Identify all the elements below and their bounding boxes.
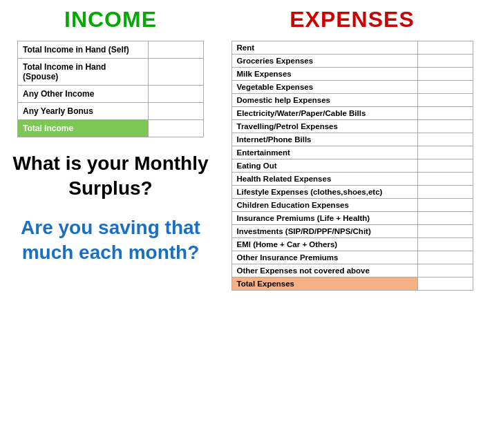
saving-question-text: Are you saving that much each month? xyxy=(10,215,211,266)
expense-row-label: Children Education Expenses xyxy=(231,199,417,212)
income-row: Total Income in Hand (Self) xyxy=(18,41,204,59)
expense-row-value[interactable] xyxy=(417,159,473,173)
total-income-label: Total Income xyxy=(18,120,149,137)
expense-row-value[interactable] xyxy=(417,173,473,186)
expense-row-value[interactable] xyxy=(417,199,473,212)
expense-row-value[interactable] xyxy=(417,212,473,225)
expense-row-label: Other Insurance Premiums xyxy=(231,251,417,264)
expense-row-value[interactable] xyxy=(417,81,473,94)
expense-row: Health Related Expenses xyxy=(231,173,473,186)
monthly-surplus-text: What is your Monthly Surplus? xyxy=(10,151,211,202)
total-expenses-row: Total Expenses xyxy=(231,277,473,291)
total-expenses-value[interactable] xyxy=(417,277,473,291)
income-row-value[interactable] xyxy=(149,86,204,103)
expense-row-value[interactable] xyxy=(417,186,473,199)
expense-row-label: Rent xyxy=(231,41,417,55)
income-row-value[interactable] xyxy=(149,103,204,120)
main-container: INCOME Total Income in Hand (Self) Total… xyxy=(0,0,483,448)
expense-row: Insurance Premiums (Life + Health) xyxy=(231,212,473,225)
expense-row-label: Internet/Phone Bills xyxy=(231,133,417,146)
income-table: Total Income in Hand (Self) Total Income… xyxy=(17,41,204,137)
expense-row-label: Entertainment xyxy=(231,146,417,159)
expense-row-value[interactable] xyxy=(417,120,473,133)
expense-row-label: Insurance Premiums (Life + Health) xyxy=(231,212,417,225)
total-expenses-label: Total Expenses xyxy=(231,277,417,291)
expense-row: Rent xyxy=(231,41,473,55)
expense-row-label: Electricity/Water/Paper/Cable Bills xyxy=(231,107,417,120)
total-income-value[interactable] xyxy=(149,120,204,137)
expense-row-label: Lifestyle Expenses (clothes,shoes,etc) xyxy=(231,186,417,199)
expenses-table: Rent Groceries Expenses Milk Expenses Ve… xyxy=(231,41,473,291)
expense-row-label: Vegetable Expenses xyxy=(231,81,417,94)
expense-row-value[interactable] xyxy=(417,55,473,68)
expense-row-value[interactable] xyxy=(417,264,473,277)
expense-row-value[interactable] xyxy=(417,251,473,264)
expense-row-label: Travelling/Petrol Expenses xyxy=(231,120,417,133)
expense-row: Other Expenses not covered above xyxy=(231,264,473,277)
expense-row-label: EMI (Home + Car + Others) xyxy=(231,238,417,251)
total-income-row: Total Income xyxy=(18,120,204,137)
expense-row: Groceries Expenses xyxy=(231,55,473,68)
income-row: Total Income in Hand (Spouse) xyxy=(18,59,204,86)
income-row: Any Yearly Bonus xyxy=(18,103,204,120)
expense-row: Vegetable Expenses xyxy=(231,81,473,94)
income-row-value[interactable] xyxy=(149,59,204,86)
expense-row-value[interactable] xyxy=(417,41,473,55)
expenses-title: EXPENSES xyxy=(290,7,415,32)
income-row: Any Other Income xyxy=(18,86,204,103)
expense-row-label: Investments (SIP/RD/PPF/NPS/Chit) xyxy=(231,225,417,238)
expense-row: EMI (Home + Car + Others) xyxy=(231,238,473,251)
expense-row: Investments (SIP/RD/PPF/NPS/Chit) xyxy=(231,225,473,238)
expense-row: Electricity/Water/Paper/Cable Bills xyxy=(231,107,473,120)
expense-row: Milk Expenses xyxy=(231,68,473,81)
expense-row-value[interactable] xyxy=(417,94,473,107)
expense-row-label: Milk Expenses xyxy=(231,68,417,81)
expense-row: Travelling/Petrol Expenses xyxy=(231,120,473,133)
expense-row-label: Groceries Expenses xyxy=(231,55,417,68)
expense-row: Eating Out xyxy=(231,159,473,173)
expense-row-value[interactable] xyxy=(417,238,473,251)
income-row-label: Total Income in Hand (Spouse) xyxy=(18,59,149,86)
income-title: INCOME xyxy=(64,7,157,32)
income-row-value[interactable] xyxy=(149,41,204,59)
income-row-label: Any Yearly Bonus xyxy=(18,103,149,120)
expense-row-value[interactable] xyxy=(417,146,473,159)
expense-row-value[interactable] xyxy=(417,107,473,120)
expense-row: Other Insurance Premiums xyxy=(231,251,473,264)
income-row-label: Any Other Income xyxy=(18,86,149,103)
expense-row-label: Domestic help Expenses xyxy=(231,94,417,107)
expense-row-label: Health Related Expenses xyxy=(231,173,417,186)
expense-row: Children Education Expenses xyxy=(231,199,473,212)
expense-row-value[interactable] xyxy=(417,68,473,81)
expense-row: Lifestyle Expenses (clothes,shoes,etc) xyxy=(231,186,473,199)
right-panel: EXPENSES Rent Groceries Expenses Milk Ex… xyxy=(221,0,483,448)
left-panel: INCOME Total Income in Hand (Self) Total… xyxy=(0,0,221,448)
income-row-label: Total Income in Hand (Self) xyxy=(18,41,149,59)
expense-row-value[interactable] xyxy=(417,133,473,146)
expense-row: Domestic help Expenses xyxy=(231,94,473,107)
expense-row-label: Other Expenses not covered above xyxy=(231,264,417,277)
expense-row-label: Eating Out xyxy=(231,159,417,173)
expense-row: Internet/Phone Bills xyxy=(231,133,473,146)
expense-row: Entertainment xyxy=(231,146,473,159)
expense-row-value[interactable] xyxy=(417,225,473,238)
